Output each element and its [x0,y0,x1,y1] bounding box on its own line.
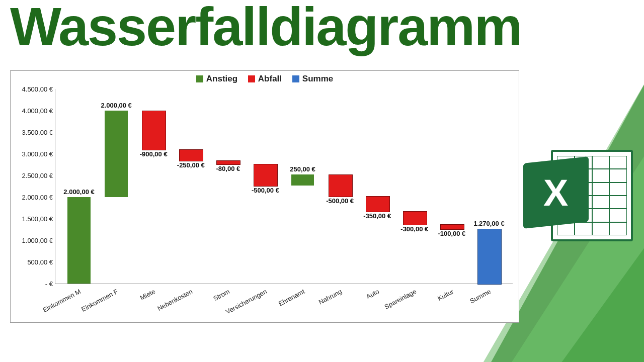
legend-swatch-summe [292,75,299,82]
chart-legend: Anstieg Abfall Summe [11,74,519,84]
legend-label: Summe [302,74,333,83]
plot-area: 2.000,00 €2.000,00 €-900,00 €-250,00 €-8… [55,89,513,284]
y-tick-label: 2.000,00 € [11,194,53,201]
bar-abfall [440,224,464,230]
bar-abfall [254,164,278,187]
bar-anstieg [291,174,314,186]
bar-summe [477,229,502,285]
legend-label: Anstieg [206,74,237,83]
data-label: -900,00 € [140,150,168,158]
y-tick-label: 1.000,00 € [11,237,53,244]
data-label: -80,00 € [216,165,240,172]
y-tick-label: 1.500,00 € [11,215,53,223]
y-tick-label: 2.500,00 € [11,172,53,179]
bar-abfall [142,111,166,150]
bar-abfall [179,149,203,161]
excel-logo-icon: X [523,146,629,241]
data-label: -100,00 € [438,230,465,237]
bar-anstieg [67,197,91,284]
data-label: 2.000,00 € [63,188,94,196]
y-tick-label: 3.500,00 € [11,129,53,136]
y-tick-label: 4.000,00 € [11,107,53,115]
data-label: 1.270,00 € [473,220,504,227]
decor-triangle [518,241,644,362]
data-label: -500,00 € [326,197,354,205]
bar-abfall [329,174,353,197]
data-label: -300,00 € [400,225,428,233]
y-tick-label: 3.000,00 € [11,150,53,158]
bar-abfall [216,160,240,165]
y-tick-label: 4.500,00 € [11,85,53,93]
page-title: Wasserfalldiagramm [10,0,521,58]
legend-swatch-abfall [248,75,255,82]
bar-anstieg [105,111,128,197]
waterfall-chart: Anstieg Abfall Summe 2.000,00 €2.000,00 … [10,70,519,323]
y-tick-label: 500,00 € [11,258,53,266]
data-label: -500,00 € [252,187,279,194]
legend-label: Abfall [258,74,282,83]
data-label: -250,00 € [177,161,205,169]
bar-abfall [403,211,427,225]
bar-abfall [366,196,390,212]
legend-swatch-anstieg [196,75,203,82]
data-label: -350,00 € [363,212,391,220]
y-tick-label: - € [11,280,53,288]
data-label: 250,00 € [290,165,315,173]
data-label: 2.000,00 € [101,102,131,109]
